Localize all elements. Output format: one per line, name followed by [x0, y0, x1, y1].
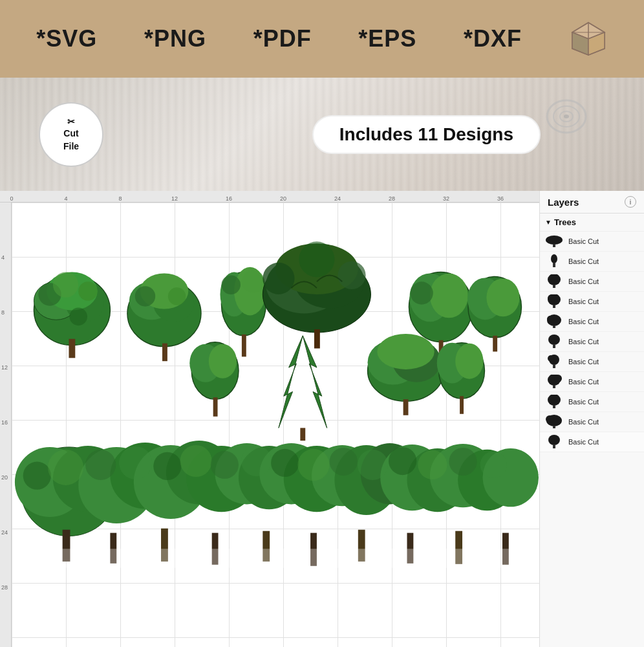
svg-rect-14	[69, 339, 75, 358]
ruler-ltick-12: 12	[1, 364, 8, 371]
includes-text: Includes 11 Designs	[312, 115, 541, 154]
svg-rect-136	[553, 426, 555, 428]
layer-thumb	[545, 274, 563, 289]
svg-point-37	[263, 263, 294, 294]
layer-item[interactable]: Basic Cut	[540, 232, 644, 252]
layer-item[interactable]: Basic Cut	[540, 252, 644, 272]
ruler-tick-12: 12	[171, 195, 178, 202]
ruler-ltick-20: 20	[1, 474, 8, 481]
svg-point-127	[548, 355, 554, 362]
svg-point-90	[180, 445, 212, 477]
layer-thumb	[545, 234, 563, 248]
svg-rect-111	[18, 549, 539, 567]
ruler-tick-16: 16	[226, 195, 232, 202]
svg-point-88	[119, 446, 152, 479]
svg-point-95	[330, 448, 358, 476]
ruler-top: 0 4 8 12 16 20 24 28 32 36	[0, 191, 539, 203]
ruler-ltick-8: 8	[1, 309, 5, 316]
info-button[interactable]: i	[625, 196, 636, 208]
svg-rect-115	[553, 263, 555, 267]
svg-rect-138	[553, 444, 555, 448]
svg-rect-64	[460, 396, 464, 414]
trees-illustration	[12, 203, 539, 647]
layer-thumb	[545, 334, 563, 349]
layer-item[interactable]: Basic Cut	[540, 352, 644, 372]
layer-item[interactable]: Basic Cut	[540, 292, 644, 312]
layer-name: Basic Cut	[568, 418, 599, 426]
svg-point-124	[548, 334, 560, 345]
svg-point-51	[209, 344, 237, 378]
svg-rect-52	[213, 397, 218, 416]
svg-point-137	[548, 435, 560, 445]
expand-icon: ▼	[545, 219, 552, 226]
format-svg: *SVG	[36, 25, 97, 52]
svg-point-39	[299, 241, 334, 277]
svg-rect-23	[162, 344, 167, 362]
3d-box-icon	[569, 19, 608, 58]
svg-point-63	[455, 344, 483, 379]
layer-item[interactable]: Basic Cut	[540, 272, 644, 292]
layer-name: Basic Cut	[568, 318, 599, 325]
layer-item[interactable]: Basic Cut	[540, 412, 644, 432]
layer-thumb	[545, 314, 563, 329]
svg-point-87	[85, 450, 116, 480]
wood-knot	[541, 91, 592, 142]
svg-rect-117	[553, 285, 555, 288]
layer-item[interactable]: Basic Cut	[540, 392, 644, 412]
ruler-tick-36: 36	[497, 195, 504, 202]
svg-point-30	[221, 275, 240, 294]
svg-rect-60	[403, 399, 409, 415]
layers-list[interactable]: Basic Cut Basic Cut Basic Cut Bas	[540, 232, 644, 647]
svg-point-100	[480, 452, 507, 478]
svg-point-17	[53, 272, 78, 298]
svg-point-9	[564, 115, 569, 118]
svg-point-92	[241, 446, 272, 476]
layer-name: Basic Cut	[568, 258, 599, 265]
svg-point-31	[242, 270, 264, 293]
ruler-ltick-28: 28	[1, 584, 8, 591]
layer-item[interactable]: Basic Cut	[540, 332, 644, 352]
ruler-ltick-4: 4	[1, 254, 5, 261]
svg-point-25	[168, 287, 186, 305]
layer-thumb	[545, 435, 563, 449]
ruler-tick-20: 20	[280, 195, 286, 202]
layer-name: Basic Cut	[568, 298, 599, 305]
format-pdf: *PDF	[253, 25, 312, 52]
ruler-tick-24: 24	[334, 195, 341, 202]
layers-title: Layers	[548, 197, 579, 208]
main-area: 0 4 8 12 16 20 24 28 32 36 4 8 12 16 20 …	[0, 191, 644, 647]
layers-panel: Layers i ▼ Trees Basic Cut Basic Cu	[539, 191, 644, 647]
svg-point-89	[153, 452, 181, 480]
svg-point-114	[551, 254, 557, 263]
canvas-area[interactable]: 0 4 8 12 16 20 24 28 32 36 4 8 12 16 20 …	[0, 191, 539, 647]
layer-thumb	[545, 375, 563, 389]
ruler-ltick-16: 16	[1, 419, 8, 426]
group-name: Trees	[554, 217, 576, 227]
svg-point-59	[377, 334, 434, 369]
ruler-ltick-24: 24	[1, 529, 8, 536]
svg-point-132	[548, 395, 561, 406]
format-png: *PNG	[144, 25, 206, 52]
svg-rect-120	[553, 305, 555, 308]
layer-thumb	[545, 294, 563, 309]
svg-point-122	[547, 316, 553, 322]
svg-rect-55	[300, 428, 305, 441]
svg-marker-53	[279, 336, 303, 428]
layers-group-trees: ▼ Trees	[540, 214, 644, 232]
svg-point-47	[486, 278, 519, 316]
layer-item[interactable]: Basic Cut	[540, 432, 644, 452]
layer-item[interactable]: Basic Cut	[540, 312, 644, 332]
ruler-tick-32: 32	[443, 195, 449, 202]
svg-point-91	[211, 451, 239, 479]
svg-rect-128	[553, 364, 555, 368]
layer-name: Basic Cut	[568, 338, 599, 345]
layer-name: Basic Cut	[568, 398, 599, 406]
ruler-tick-4: 4	[64, 195, 67, 202]
layer-item[interactable]: Basic Cut	[540, 372, 644, 392]
group-header[interactable]: ▼ Trees	[545, 217, 639, 227]
svg-point-24	[135, 286, 155, 306]
svg-rect-125	[553, 344, 555, 348]
layer-thumb	[545, 415, 563, 429]
svg-point-112	[546, 236, 563, 245]
layer-name: Basic Cut	[568, 378, 599, 386]
